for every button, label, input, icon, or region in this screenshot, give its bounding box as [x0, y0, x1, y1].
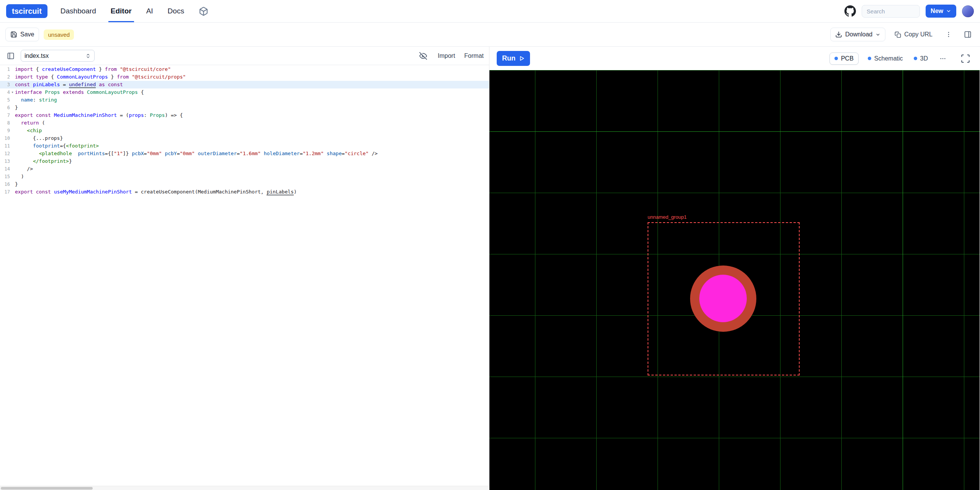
code-text: {...props}	[15, 134, 63, 142]
code-line[interactable]: 1import { createUseComponent } from "@ts…	[0, 66, 489, 73]
navbar-right-cluster: New	[844, 5, 974, 18]
code-text: const pinLabels = undefined as const	[15, 81, 123, 88]
code-text: footprint={<footprint>	[15, 142, 99, 150]
code-line[interactable]: 8 return (	[0, 119, 489, 127]
code-area[interactable]: 1import { createUseComponent } from "@ts…	[0, 65, 489, 490]
nav-package-icon[interactable]	[199, 7, 208, 16]
code-line[interactable]: 17export const useMyMediumMachinePinShor…	[0, 188, 489, 196]
view-toggle-group: PCB Schematic 3D	[829, 52, 949, 65]
nav-item-docs[interactable]: Docs	[168, 0, 184, 22]
board-group-label: unnamed_group1	[648, 214, 687, 220]
line-number: 15	[0, 173, 10, 180]
code-line[interactable]: 12 <platedhole portHints={["1"]} pcbX="0…	[0, 150, 489, 157]
toggle-checks-button[interactable]	[418, 51, 429, 61]
fold-spacer	[10, 104, 15, 111]
3d-view-label: 3D	[920, 55, 928, 62]
code-line[interactable]: 11 footprint={<footprint>	[0, 142, 489, 150]
pcb-canvas[interactable]: unnamed_group1	[489, 70, 980, 490]
save-icon	[10, 31, 17, 38]
fold-spacer	[10, 96, 15, 104]
code-text: <platedhole portHints={["1"]} pcbX="0mm"…	[15, 150, 378, 157]
code-text: export const useMyMediumMachinePinShort …	[15, 188, 297, 196]
code-line[interactable]: 13 </footprint>}	[0, 157, 489, 165]
line-number: 3	[0, 81, 10, 88]
code-text: }	[15, 104, 18, 111]
line-number: 9	[0, 127, 10, 134]
import-button[interactable]: Import	[438, 52, 455, 59]
code-line[interactable]: 14 />	[0, 165, 489, 173]
select-chevrons-icon	[85, 53, 91, 59]
code-line[interactable]: 9 <chip	[0, 127, 489, 134]
nav-item-ai[interactable]: AI	[146, 0, 153, 22]
unsaved-badge: unsaved	[44, 29, 74, 40]
app-window: tscircuit Dashboard Editor AI Docs New	[0, 0, 980, 490]
fold-spacer	[10, 157, 15, 165]
code-text: export const MediumMachinePinShort = (pr…	[15, 111, 183, 119]
code-line[interactable]: 4▾interface Props extends CommonLayoutPr…	[0, 88, 489, 96]
toggle-file-sidebar-button[interactable]	[5, 51, 16, 61]
fold-spacer	[10, 81, 15, 88]
save-button[interactable]: Save	[5, 28, 39, 41]
line-number: 8	[0, 119, 10, 127]
code-line[interactable]: 6}	[0, 104, 489, 111]
github-icon[interactable]	[844, 5, 856, 17]
more-options-button[interactable]	[942, 28, 955, 41]
run-button[interactable]: Run	[497, 51, 530, 66]
tscircuit-logo[interactable]: tscircuit	[6, 4, 47, 18]
copy-url-button[interactable]: Copy URL	[891, 28, 936, 41]
code-line[interactable]: 2import type { CommonLayoutProps } from …	[0, 73, 489, 81]
plated-hole[interactable]	[690, 265, 756, 332]
scrollbar-thumb[interactable]	[1, 487, 93, 490]
line-number: 7	[0, 111, 10, 119]
fold-spacer	[10, 66, 15, 73]
view-more-button[interactable]	[937, 53, 949, 64]
code-text: }	[15, 180, 18, 188]
file-select-value: index.tsx	[25, 52, 49, 59]
line-number: 10	[0, 134, 10, 142]
line-number: 6	[0, 104, 10, 111]
pcb-view-label: PCB	[841, 55, 854, 62]
code-line[interactable]: 3const pinLabels = undefined as const	[0, 81, 489, 88]
format-button[interactable]: Format	[464, 52, 484, 59]
code-line[interactable]: 10 {...props}	[0, 134, 489, 142]
line-number: 12	[0, 150, 10, 157]
fold-spacer	[10, 165, 15, 173]
fold-chevron-icon[interactable]: ▾	[10, 88, 15, 96]
search-input[interactable]	[862, 5, 920, 18]
run-button-label: Run	[502, 54, 515, 62]
nav-item-dashboard[interactable]: Dashboard	[61, 0, 96, 22]
line-number: 14	[0, 165, 10, 173]
code-text: import { createUseComponent } from "@tsc…	[15, 66, 171, 73]
fold-spacer	[10, 134, 15, 142]
main-nav: Dashboard Editor AI Docs	[61, 0, 208, 22]
line-number: 11	[0, 142, 10, 150]
code-line[interactable]: 5 name: string	[0, 96, 489, 104]
view-tab-pcb[interactable]: PCB	[829, 52, 859, 65]
file-bar: index.tsx Import Fo	[0, 47, 489, 65]
code-line[interactable]: 7export const MediumMachinePinShort = (p…	[0, 111, 489, 119]
nav-item-editor[interactable]: Editor	[111, 0, 132, 22]
chevron-down-icon	[875, 32, 880, 37]
fit-view-button[interactable]	[959, 52, 972, 66]
main-split: index.tsx Import Fo	[0, 47, 980, 490]
new-button[interactable]: New	[926, 5, 956, 18]
code-line[interactable]: 16}	[0, 180, 489, 188]
fold-spacer	[10, 127, 15, 134]
run-bar: Run PCB Schematic 3D	[489, 47, 980, 70]
file-select[interactable]: index.tsx	[21, 50, 95, 62]
ellipsis-icon	[939, 55, 946, 62]
code-line[interactable]: 15 )	[0, 173, 489, 180]
view-tab-3d[interactable]: 3D	[912, 53, 929, 64]
preview-pane: Run PCB Schematic 3D	[489, 47, 980, 490]
download-button[interactable]: Download	[830, 28, 885, 41]
user-avatar[interactable]	[962, 5, 974, 17]
download-icon	[835, 31, 842, 38]
editor-horizontal-scrollbar	[0, 486, 489, 490]
new-button-label: New	[931, 8, 943, 15]
line-number: 1	[0, 66, 10, 73]
view-tab-schematic[interactable]: Schematic	[866, 53, 905, 64]
fold-spacer	[10, 150, 15, 157]
code-text: name: string	[15, 96, 57, 104]
toggle-right-panel-button[interactable]	[961, 28, 975, 41]
eye-off-icon	[419, 52, 427, 60]
